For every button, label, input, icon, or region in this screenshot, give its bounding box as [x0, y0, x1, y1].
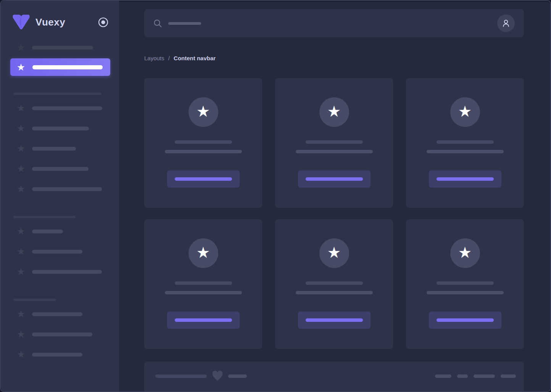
placeholder-bar — [13, 299, 56, 301]
star-icon: ★ — [197, 245, 210, 262]
placeholder-bar — [32, 250, 82, 254]
placeholder-bar — [32, 167, 89, 171]
placeholder-bar — [32, 230, 63, 233]
placeholder-bar — [296, 150, 373, 153]
star-icon: ★ — [16, 63, 26, 72]
heart-icon — [212, 371, 223, 381]
search-icon — [153, 19, 162, 28]
sidebar-section-header — [1, 216, 119, 218]
card-action-button[interactable] — [167, 312, 240, 329]
star-icon: ★ — [16, 227, 26, 236]
sidebar-item[interactable]: ★ — [1, 221, 119, 241]
placeholder-bar — [13, 216, 76, 218]
star-icon: ★ — [327, 245, 341, 262]
placeholder-bar — [175, 177, 232, 181]
sidebar-item[interactable]: ★ — [1, 241, 119, 262]
placeholder-card: ★ — [406, 78, 524, 208]
sidebar-item[interactable]: ★ — [1, 344, 119, 365]
placeholder-bar — [228, 374, 247, 378]
star-icon: ★ — [458, 245, 472, 262]
card-action-button[interactable] — [429, 312, 501, 329]
placeholder-card: ★ — [144, 78, 262, 208]
breadcrumb-link-layouts[interactable]: Layouts — [144, 55, 164, 61]
star-icon: ★ — [16, 43, 26, 52]
top-navbar — [144, 9, 524, 37]
sidebar-item[interactable]: ★ — [1, 98, 119, 118]
placeholder-bar — [32, 127, 89, 130]
placeholder-bar — [306, 318, 363, 322]
sidebar-item[interactable]: ★ — [1, 118, 119, 138]
placeholder-bar — [32, 270, 102, 274]
placeholder-bar — [427, 291, 504, 294]
sidebar-item[interactable]: ★ — [1, 179, 119, 199]
search-input[interactable] — [153, 19, 201, 28]
main-content: Layouts / Content navbar ★ ★ ★ — [119, 1, 550, 391]
star-icon: ★ — [16, 247, 26, 256]
breadcrumb-separator: / — [168, 55, 170, 61]
placeholder-bar — [306, 177, 363, 181]
placeholder-bar — [437, 177, 494, 181]
sidebar-item[interactable]: ★ — [1, 159, 119, 179]
star-icon: ★ — [16, 350, 26, 359]
sidebar-item[interactable]: ★ — [1, 262, 119, 282]
placeholder-bar — [32, 106, 102, 110]
star-badge: ★ — [450, 97, 480, 127]
placeholder-bar — [175, 318, 232, 322]
sidebar-item[interactable]: ★ — [1, 304, 119, 324]
radio-circle-icon — [98, 17, 108, 27]
star-icon: ★ — [16, 184, 26, 194]
brand: Vuexy — [1, 1, 119, 31]
card-action-button[interactable] — [429, 170, 501, 188]
star-icon: ★ — [197, 104, 210, 120]
placeholder-bar — [437, 281, 494, 285]
placeholder-bar — [32, 187, 102, 191]
star-icon: ★ — [16, 124, 26, 133]
placeholder-bar — [427, 150, 504, 153]
placeholder-bar — [175, 140, 232, 144]
brand-name: Vuexy — [35, 16, 65, 28]
placeholder-bar — [168, 22, 201, 25]
user-avatar[interactable] — [497, 14, 515, 32]
placeholder-bar — [32, 312, 82, 316]
card-action-button[interactable] — [167, 170, 240, 188]
sidebar-item[interactable]: ★ — [1, 324, 119, 344]
star-badge: ★ — [319, 238, 349, 268]
placeholder-bar — [165, 291, 242, 294]
card-action-button[interactable] — [298, 170, 371, 188]
placeholder-bar — [165, 150, 242, 153]
footer-links — [435, 374, 516, 378]
star-badge: ★ — [450, 238, 480, 268]
placeholder-bar — [175, 281, 232, 285]
footer-left — [155, 371, 247, 381]
placeholder-card: ★ — [275, 219, 393, 349]
placeholder-bar — [32, 333, 92, 336]
breadcrumb-current: Content navbar — [174, 55, 216, 61]
placeholder-bar — [306, 140, 363, 144]
placeholder-bar — [13, 93, 102, 95]
star-icon: ★ — [16, 309, 26, 319]
placeholder-bar — [501, 374, 516, 378]
sidebar-item[interactable]: ★ — [1, 138, 119, 159]
star-icon: ★ — [16, 329, 26, 339]
star-icon: ★ — [327, 104, 341, 120]
app-window: Vuexy ★ ★ ★ ★ ★ ★ ★ ★ — [0, 0, 551, 392]
star-icon: ★ — [16, 164, 26, 174]
placeholder-bar — [457, 374, 468, 378]
placeholder-bar — [474, 374, 495, 378]
sidebar-section-header — [1, 299, 119, 301]
placeholder-bar — [32, 147, 76, 151]
sidebar-item[interactable]: ★ — [10, 58, 110, 76]
star-icon: ★ — [16, 144, 26, 153]
sidebar-item[interactable]: ★ — [1, 37, 119, 58]
placeholder-card: ★ — [144, 219, 262, 349]
star-badge: ★ — [188, 238, 218, 268]
placeholder-bar — [32, 46, 93, 50]
page-footer — [144, 361, 524, 392]
star-icon: ★ — [458, 104, 472, 120]
sidebar-nav: ★ ★ ★ ★ ★ ★ ★ ★ ★ ★ ★ ★ ★ — [1, 31, 119, 365]
card-action-button[interactable] — [298, 312, 371, 329]
placeholder-bar — [306, 281, 363, 285]
menu-pin-toggle[interactable] — [98, 17, 108, 27]
placeholder-bar — [32, 65, 103, 69]
vuexy-logo[interactable] — [12, 14, 30, 30]
